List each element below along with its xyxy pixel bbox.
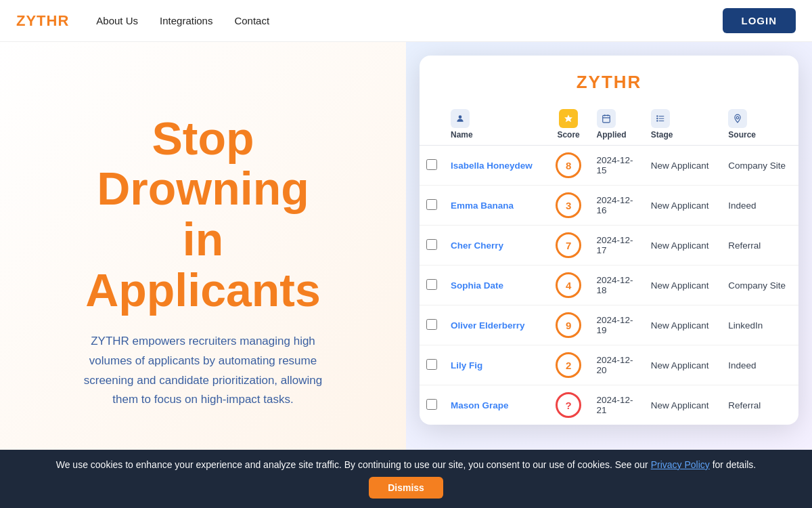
applicant-name[interactable]: Oliver Elderberry [451,320,525,331]
score-icon [559,109,578,128]
hero-headline: Stop Drowning in Applicants [85,113,321,316]
source-text: Referral [728,240,761,251]
table-header-row: Name Score [420,104,798,146]
table-row: Sophia Date 4 2024-12-18 New Applicant C… [420,266,798,305]
col-name-label: Name [451,130,541,140]
row-checkbox[interactable] [426,359,437,370]
score-badge: 9 [556,312,581,338]
row-checkbox-cell[interactable] [420,345,444,385]
applied-date: 2024-12-18 [597,275,633,295]
row-checkbox-cell[interactable] [420,186,444,226]
row-stage-cell: New Applicant [644,226,721,266]
col-header-stage: Stage [644,104,721,146]
row-checkbox[interactable] [426,159,437,170]
row-source-cell: Company Site [721,146,798,186]
score-badge: 8 [556,152,581,178]
score-badge: 4 [556,272,581,298]
col-applied-label: Applied [597,130,637,140]
app-card-logo: ZYTHR [420,72,798,93]
row-checkbox-cell[interactable] [420,146,444,186]
applied-date: 2024-12-15 [597,155,633,175]
table-row: Isabella Honeydew 8 2024-12-15 New Appli… [420,146,798,186]
nav-link-about[interactable]: About Us [96,15,138,26]
row-checkbox-cell[interactable] [420,226,444,266]
main-content: Stop Drowning in Applicants ZYTHR empowe… [0,42,812,508]
row-checkbox-cell[interactable] [420,385,444,425]
row-applied-cell: 2024-12-20 [590,345,644,385]
row-stage-cell: New Applicant [644,345,721,385]
score-badge: 7 [556,232,581,258]
table-row: Emma Banana 3 2024-12-16 New Applicant I… [420,186,798,226]
source-text: LinkedIn [728,320,763,331]
row-source-cell: Company Site [721,266,798,305]
row-source-cell: Indeed [721,186,798,226]
cookie-dismiss-button[interactable]: Dismiss [369,477,443,499]
table-row: Lily Fig 2 2024-12-20 New Applicant Inde… [420,345,798,385]
applied-icon [597,109,616,128]
row-stage-cell: New Applicant [644,146,721,186]
row-score-cell: 2 [547,345,590,385]
row-stage-cell: New Applicant [644,186,721,226]
table-row: Cher Cherry 7 2024-12-17 New Applicant R… [420,226,798,266]
stage-badge: New Applicant [651,400,709,410]
col-score-label: Score [554,130,583,140]
applicant-name[interactable]: Mason Grape [451,400,509,410]
source-icon [728,109,747,128]
applied-date: 2024-12-16 [597,195,633,215]
applicant-name[interactable]: Emma Banana [451,200,514,211]
applicant-name[interactable]: Lily Fig [451,360,482,371]
row-source-cell: Referral [721,226,798,266]
row-checkbox[interactable] [426,319,437,330]
nav-links: About Us Integrations Contact [96,15,722,26]
row-checkbox[interactable] [426,279,437,290]
row-score-cell: 7 [547,226,590,266]
row-score-cell: 3 [547,186,590,226]
row-stage-cell: New Applicant [644,305,721,345]
login-button[interactable]: LOGIN [723,8,796,33]
stage-badge: New Applicant [651,360,709,371]
row-checkbox[interactable] [426,199,437,210]
row-applied-cell: 2024-12-19 [590,305,644,345]
stage-icon [651,109,670,128]
row-name-cell: Oliver Elderberry [444,305,547,345]
row-checkbox-cell[interactable] [420,266,444,305]
applicant-name[interactable]: Isabella Honeydew [451,161,533,171]
row-name-cell: Sophia Date [444,266,547,305]
cookie-suffix: for details. [713,459,757,470]
applicants-table: Name Score [420,104,798,425]
nav-logo: ZYTHR [16,12,69,30]
right-panel: ZYTHR Name [406,42,812,508]
row-source-cell: LinkedIn [721,305,798,345]
nav-link-contact[interactable]: Contact [234,15,269,26]
cookie-banner: We use cookies to enhance your experienc… [0,450,812,508]
applicant-name[interactable]: Sophia Date [451,280,503,291]
stage-badge: New Applicant [651,161,709,171]
row-score-cell: 8 [547,146,590,186]
svg-point-10 [657,118,658,119]
cookie-text: We use cookies to enhance your experienc… [56,459,757,470]
stage-badge: New Applicant [651,240,709,251]
svg-point-9 [657,116,658,117]
row-checkbox[interactable] [426,399,437,410]
row-applied-cell: 2024-12-16 [590,186,644,226]
headline-in: in [183,213,223,265]
applicant-name[interactable]: Cher Cherry [451,240,503,251]
app-card: ZYTHR Name [420,56,798,425]
stage-badge: New Applicant [651,200,709,211]
navbar: ZYTHR About Us Integrations Contact LOGI… [0,0,812,42]
score-badge: 3 [556,192,581,218]
row-source-cell: Indeed [721,345,798,385]
source-text: Indeed [728,360,756,371]
row-checkbox-cell[interactable] [420,305,444,345]
table-row: Oliver Elderberry 9 2024-12-19 New Appli… [420,305,798,345]
row-name-cell: Cher Cherry [444,226,547,266]
row-stage-cell: New Applicant [644,385,721,425]
col-header-source: Source [721,104,798,146]
row-checkbox[interactable] [426,239,437,250]
row-applied-cell: 2024-12-17 [590,226,644,266]
nav-link-integrations[interactable]: Integrations [160,15,212,26]
row-name-cell: Isabella Honeydew [444,146,547,186]
source-text: Referral [728,400,761,410]
privacy-policy-link[interactable]: Privacy Policy [651,459,710,470]
svg-marker-1 [564,114,572,122]
